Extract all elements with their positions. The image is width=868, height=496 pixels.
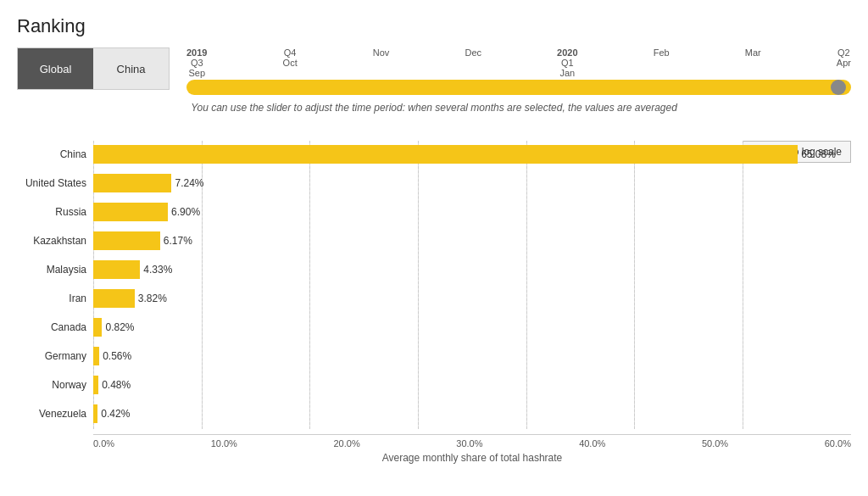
timeline-label-nov: Nov (373, 47, 390, 78)
chart-wrapper: China65.08%United States7.24%Russia6.90%… (17, 141, 851, 429)
timeline-section: 2019 Q3 Sep Q4 Oct Nov Dec (186, 47, 851, 95)
bar-fill (93, 231, 160, 250)
bar-fill (93, 174, 171, 192)
bar-row: Norway0.48% (17, 371, 851, 398)
chart-area: Change to log scale China65.08%United St… (17, 141, 851, 464)
timeline-label-mar: Mar (745, 47, 761, 78)
bar-value-label: 3.82% (138, 293, 167, 304)
bar-container: 0.82% (93, 318, 851, 337)
top-section: Global China 2019 Q3 Sep Q4 Oct (17, 47, 851, 95)
bar-label: Canada (17, 321, 93, 333)
tab-global[interactable]: Global (18, 48, 93, 89)
bar-container: 0.48% (93, 376, 851, 394)
x-axis-tick: 0.0% (93, 438, 114, 449)
timeline-label-dec: Dec (465, 47, 481, 78)
bar-row: United States7.24% (17, 170, 851, 197)
x-axis-tick: 10.0% (211, 438, 237, 449)
bar-fill (93, 145, 798, 164)
bar-container: 0.42% (93, 404, 851, 423)
bar-label: Iran (17, 293, 93, 304)
bars-and-grid: China65.08%United States7.24%Russia6.90%… (17, 141, 851, 429)
bar-container: 3.82% (93, 289, 851, 308)
slider-thumb[interactable] (831, 80, 846, 95)
bar-value-label: 4.33% (143, 264, 172, 276)
x-axis: 0.0%10.0%20.0%30.0%40.0%50.0%60.0% (93, 434, 851, 449)
page-title: Ranking (17, 15, 851, 37)
bar-row: Malaysia4.33% (17, 256, 851, 283)
bar-value-label: 6.17% (164, 235, 192, 247)
bar-value-label: 0.56% (103, 350, 131, 362)
bar-container: 6.90% (93, 203, 851, 221)
bar-row: China65.08% (17, 141, 851, 168)
bar-fill (93, 347, 99, 365)
bar-value-label: 0.42% (101, 408, 130, 420)
bar-row: Iran3.82% (17, 285, 851, 312)
bar-label: Malaysia (17, 264, 93, 276)
hint-text: You can use the slider to adjust the tim… (17, 102, 851, 114)
timeline-label-apr: Q2 Apr (837, 47, 851, 78)
x-axis-tick: 20.0% (334, 438, 360, 449)
timeline-label-feb: Feb (654, 47, 670, 78)
bar-row: Russia6.90% (17, 198, 851, 226)
bar-value-label: 0.48% (102, 379, 131, 391)
bar-label: Russia (17, 206, 93, 218)
bar-value-label: 7.24% (175, 177, 203, 189)
bar-fill (93, 404, 97, 423)
bar-row: Kazakhstan6.17% (17, 227, 851, 254)
bar-fill (93, 260, 140, 279)
x-axis-tick: 50.0% (702, 438, 728, 449)
bar-row: Germany0.56% (17, 343, 851, 370)
x-axis-tick: 30.0% (456, 438, 482, 449)
x-axis-title: Average monthly share of total hashrate (93, 452, 851, 464)
timeline-label-sep: 2019 Q3 Sep (186, 47, 207, 78)
x-axis-tick: 40.0% (579, 438, 605, 449)
bar-label: United States (17, 177, 93, 189)
bar-value-label: 0.82% (105, 321, 134, 333)
bar-fill (93, 318, 102, 337)
timeline-label-jan: 2020 Q1 Jan (557, 47, 577, 78)
bar-fill (93, 203, 168, 221)
bar-value-label: 65.08% (801, 148, 836, 160)
bar-row: Canada0.82% (17, 314, 851, 341)
bar-container: 6.17% (93, 231, 851, 250)
timeline-labels: 2019 Q3 Sep Q4 Oct Nov Dec (186, 47, 851, 78)
bar-row: Venezuela0.42% (17, 400, 851, 427)
bar-fill (93, 289, 135, 308)
bar-container: 7.24% (93, 174, 851, 192)
bar-fill (93, 376, 98, 394)
bar-label: Venezuela (17, 408, 93, 420)
x-axis-tick: 60.0% (825, 438, 851, 449)
tab-china[interactable]: China (93, 48, 169, 89)
bar-label: Germany (17, 350, 93, 362)
bar-container: 4.33% (93, 260, 851, 279)
timeline-label-oct: Q4 Oct (283, 47, 298, 78)
tab-group: Global China (17, 47, 170, 90)
bar-container: 0.56% (93, 347, 851, 365)
bar-label: Norway (17, 379, 93, 391)
page-container: Ranking Global China 2019 Q3 Sep Q4 Oct (0, 0, 868, 496)
timeline-slider[interactable] (186, 80, 851, 95)
bar-label: Kazakhstan (17, 235, 93, 247)
bar-label: China (17, 148, 93, 160)
bar-container: 65.08% (93, 145, 851, 164)
bar-value-label: 6.90% (171, 206, 200, 218)
